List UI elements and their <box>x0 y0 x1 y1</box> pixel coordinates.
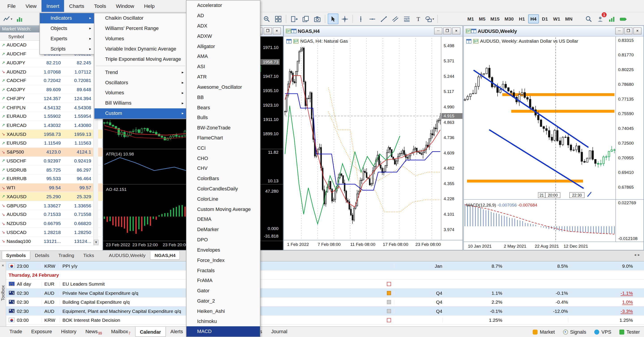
custom-indicator-cci[interactable]: CCI <box>186 143 260 153</box>
menubar-item-help[interactable]: Help <box>139 0 160 12</box>
tile-windows-icon[interactable] <box>273 14 284 24</box>
status-item-tester[interactable]: Tester <box>620 329 640 335</box>
crosshair-icon[interactable] <box>339 14 350 24</box>
legend-grid-icon[interactable] <box>286 39 292 43</box>
custom-indicator-alligator[interactable]: Alligator <box>186 41 260 51</box>
insert-menu-item-experts[interactable]: Experts▸ <box>40 34 94 44</box>
toolbox-tab-trade[interactable]: Trade <box>5 327 26 337</box>
timeframe-mn[interactable]: MN <box>563 14 574 23</box>
market-watch-row[interactable]: ↗EURRUB95.53396.464 <box>0 175 103 183</box>
scrollbar-down-button[interactable]: ▼ <box>94 240 98 245</box>
text-icon[interactable]: T <box>413 14 424 24</box>
market-watch-row[interactable]: ↘WTI99.5499.57 <box>0 183 103 192</box>
market-watch-row[interactable]: ↗EURCAD1.430321.43080 <box>0 121 103 130</box>
custom-indicator-custom moving average[interactable]: Custom Moving Average <box>186 204 260 214</box>
indicator-category-custom[interactable]: Custom▸ <box>94 108 186 119</box>
trendline-icon[interactable] <box>378 14 389 24</box>
custom-indicator-flamechart[interactable]: FlameChart <box>186 133 260 143</box>
market-watch-row[interactable]: ↗USDRUB85.72586.297 <box>0 166 103 175</box>
custom-indicator-colorline[interactable]: ColorLine <box>186 194 260 204</box>
custom-indicator-accelerator[interactable]: Accelerator <box>186 0 260 11</box>
market-watch-row[interactable]: ↘NZDUSD0.667950.66820 <box>0 219 103 228</box>
zoom-out-icon[interactable] <box>261 14 272 24</box>
custom-indicator-ama[interactable]: AMA <box>186 51 260 62</box>
menubar-item-view[interactable]: View <box>20 0 41 12</box>
custom-indicator-bears[interactable]: Bears <box>186 102 260 113</box>
close-button[interactable]: × <box>273 27 281 34</box>
market-watch-tab-ticks[interactable]: Ticks <box>79 251 98 260</box>
menubar-item-tools[interactable]: Tools <box>89 0 111 12</box>
calendar-row[interactable] <box>6 325 644 326</box>
menubar-item-insert[interactable]: Insert <box>42 0 64 12</box>
market-watch-row[interactable]: ↘Nasdaq10013121...13124... <box>0 237 103 246</box>
indicator-category-bill-williams[interactable]: Bill Williams▸ <box>94 98 186 108</box>
calendar-row[interactable]: 02:30AUDPrivate New Capital Expenditure … <box>6 289 644 298</box>
audusd-chart-canvas[interactable]: AUDUSD, Weekly: Australian Dollar vs US … <box>464 36 644 250</box>
ngas-chart-svg[interactable]: 5.4985.3715.2445.1174.9904.8634.7364.609… <box>284 36 462 250</box>
toolbox-tab-alerts[interactable]: Alerts <box>166 327 188 337</box>
market-watch-tab-details[interactable]: Details <box>30 251 54 260</box>
market-watch-row[interactable]: ↗USDCHF0.923970.92419 <box>0 157 103 166</box>
tab-scroll-arrows[interactable]: ◂▸ <box>634 253 642 257</box>
chart-tab[interactable]: NGAS,H4 <box>150 251 180 260</box>
custom-indicator-bw-zonetrade[interactable]: BW-ZoneTrade <box>186 123 260 133</box>
market-watch-row[interactable]: ↗XAGUSD25.29025.329 <box>0 192 103 201</box>
market-watch-row[interactable]: ↘USDCAD1.282181.28250 <box>0 228 103 237</box>
audusd-chart-svg[interactable]: 2120:0022:30MACD(12,26,9) -0.007056 -0.0… <box>464 36 644 250</box>
custom-indicator-dpo[interactable]: DPO <box>186 235 260 245</box>
minimize-button[interactable]: ─ <box>434 27 442 34</box>
fibonacci-icon[interactable] <box>401 14 412 24</box>
custom-indicator-colorbars[interactable]: ColorBars <box>186 174 260 184</box>
custom-indicator-envelopes[interactable]: Envelopes <box>186 245 260 255</box>
calendar-row[interactable]: 02:30AUDEquipment, Plant and Machinery C… <box>6 307 644 316</box>
legend-chart-icon[interactable] <box>293 39 298 43</box>
calendar-row[interactable]: 23:00KRWPPI y/yJan8.7%8.5%9.0% <box>6 262 644 270</box>
toolbox-tab-mailbox[interactable]: Mailbox7 <box>107 327 135 337</box>
market-watch-row[interactable]: ↘XAUUSD1958.731959.13 <box>0 130 103 139</box>
status-item-signals[interactable]: Signals <box>563 329 586 335</box>
market-watch-row[interactable]: ↗EURAUD1.559021.55954 <box>0 112 103 121</box>
vertical-line-icon[interactable] <box>355 14 366 24</box>
toolbox-tab-news[interactable]: News99 <box>81 327 107 337</box>
custom-indicator-gator[interactable]: Gator <box>186 286 260 296</box>
levels-icon[interactable] <box>606 14 617 24</box>
indicator-menu-item[interactable]: Variable Index Dynamic Average <box>94 44 186 54</box>
custom-indicator-heiken_ashi[interactable]: Heiken_Ashi <box>186 306 260 316</box>
account-icon[interactable]: 1 <box>595 14 606 24</box>
toolbox-tab-exposure[interactable]: Exposure <box>26 327 56 337</box>
close-button[interactable]: × <box>633 27 642 34</box>
custom-indicator-gator_2[interactable]: Gator_2 <box>186 296 260 306</box>
market-watch-row[interactable]: ↗EURUSD1.115491.11563 <box>0 139 103 148</box>
custom-indicator-dema[interactable]: DEMA <box>186 214 260 225</box>
indicator-menu-item[interactable]: Chaikin Oscillator <box>94 13 186 23</box>
toolbox-tab-calendar[interactable]: Calendar <box>135 327 166 337</box>
market-watch-tab-symbols[interactable]: Symbols <box>2 251 30 260</box>
ngas-chart-canvas[interactable]: NGAS, H4: Natural Gas 5.4985.3715.2445.1… <box>284 36 462 250</box>
market-watch-row[interactable]: ↗CADCHF0.720420.72081 <box>0 76 103 85</box>
custom-indicator-ichimoku[interactable]: Ichimoku <box>186 316 260 327</box>
chart-tab[interactable]: AUDUSD,Weekly <box>104 251 150 260</box>
minimize-button[interactable]: ─ <box>615 27 624 34</box>
timeframe-d1[interactable]: D1 <box>540 14 550 23</box>
maximize-button[interactable]: ❐ <box>624 27 632 34</box>
menubar-item-charts[interactable]: Charts <box>64 0 89 12</box>
indicator-menu-item[interactable]: Triple Exponential Moving Average <box>94 54 186 64</box>
timeframe-m5[interactable]: M5 <box>477 14 488 23</box>
menubar-item-file[interactable]: File <box>2 0 20 12</box>
screenshot-icon[interactable] <box>312 14 322 24</box>
custom-indicator-macd[interactable]: MACD <box>186 326 260 337</box>
timeframe-h1[interactable]: H1 <box>516 14 527 23</box>
toolbox-tab-journal[interactable]: Journal <box>267 327 292 337</box>
calendar-row[interactable]: 02:30AUDBuilding Capital Expenditure q/q… <box>6 298 644 307</box>
legend-grid-icon[interactable] <box>466 39 472 43</box>
close-button[interactable]: × <box>452 27 460 34</box>
insert-menu-item-scripts[interactable]: Scripts▸ <box>40 44 94 54</box>
market-watch-row[interactable]: ↗CHFPLN4.541324.54308 <box>0 103 103 112</box>
calendar-row[interactable]: All dayEUREU Leaders Summit <box>6 280 644 289</box>
timeframe-m1[interactable]: M1 <box>465 14 476 23</box>
market-watch-row[interactable]: ↘AUDUSD0.715330.71558 <box>0 210 103 219</box>
maximize-button[interactable]: ❐ <box>443 27 452 34</box>
market-watch-row[interactable]: ↘S&P5004123.04124.1 <box>0 148 103 157</box>
custom-indicator-demarker[interactable]: DeMarker <box>186 224 260 235</box>
market-watch-row[interactable]: ↘GBPUSD1.336271.33656 <box>0 201 103 210</box>
